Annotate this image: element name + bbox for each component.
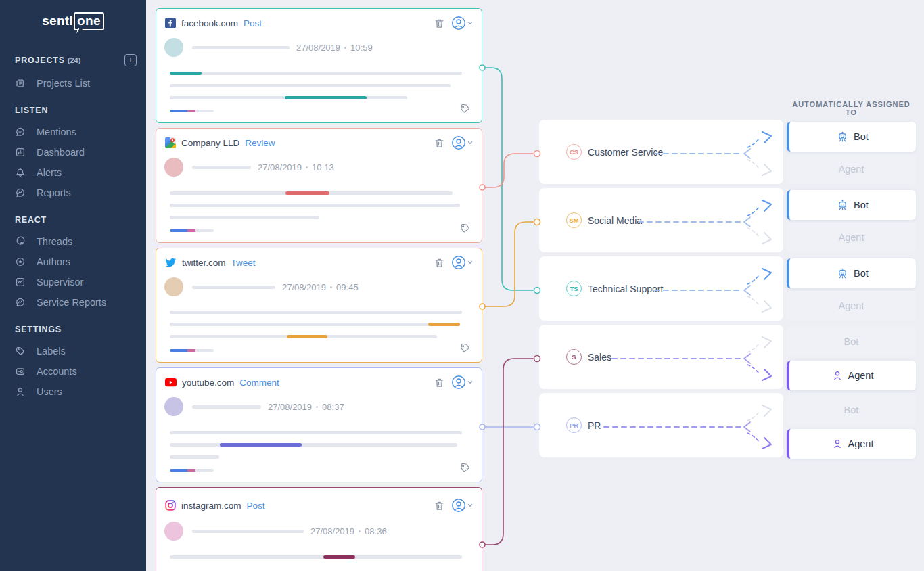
tag-icon[interactable] xyxy=(459,223,471,237)
category-label: Customer Service xyxy=(588,147,663,158)
assign-user-button[interactable] xyxy=(451,497,473,513)
category-badge: S xyxy=(566,349,582,365)
text-skeleton-line xyxy=(170,443,457,447)
listen-section-header: LISTEN xyxy=(0,106,146,115)
labels-icon xyxy=(15,346,26,357)
sidebar-item-threads[interactable]: Threads xyxy=(0,231,146,252)
facebook-icon xyxy=(165,18,176,28)
category-label: Technical Support xyxy=(588,283,663,294)
sidebar: senti one PROJECTS (24) + Projects List … xyxy=(0,0,146,571)
delete-icon[interactable] xyxy=(434,257,445,269)
category-label: Social Media xyxy=(588,215,642,226)
sidebar-item-reports[interactable]: Reports xyxy=(0,183,146,203)
author-avatar xyxy=(164,38,183,57)
react-section-header: REACT xyxy=(0,215,146,225)
assignee-agent-social-media[interactable]: Agent xyxy=(787,223,916,252)
card-type-link[interactable]: Review xyxy=(245,138,275,148)
delete-icon[interactable] xyxy=(434,377,445,388)
sentiment-bar xyxy=(170,110,214,112)
agent-icon xyxy=(832,370,843,381)
service-reports-icon xyxy=(15,297,26,308)
assignee-agent-technical-support[interactable]: Agent xyxy=(787,291,916,321)
card-type-link[interactable]: Post xyxy=(244,18,262,28)
authors-icon xyxy=(15,256,26,267)
assign-user-button[interactable] xyxy=(451,135,473,151)
category-row-sales[interactable]: S Sales xyxy=(539,325,783,389)
assignee-bot-customer-service[interactable]: Bot xyxy=(787,122,916,152)
delete-icon[interactable] xyxy=(434,18,445,29)
author-name-skeleton xyxy=(192,530,304,533)
author-name-skeleton xyxy=(192,166,251,169)
tag-icon[interactable] xyxy=(459,103,471,117)
text-skeleton-line xyxy=(170,431,462,434)
category-row-technical-support[interactable]: TS Technical Support xyxy=(539,256,783,321)
card-type-link[interactable]: Post xyxy=(247,501,265,511)
reports-icon xyxy=(15,187,26,198)
category-row-customer-service[interactable]: CS Customer Service xyxy=(539,120,783,184)
card-source: Company LLD xyxy=(181,138,239,148)
assign-user-button[interactable] xyxy=(451,15,473,31)
assignee-bot-sales[interactable]: Bot xyxy=(787,327,916,357)
card-date: 27/08/201910:13 xyxy=(258,162,334,173)
projects-section-header: PROJECTS (24) + xyxy=(0,54,146,66)
mention-card-review[interactable]: Company LLD Review 27/08/201910:13 xyxy=(156,128,482,243)
text-skeleton-line xyxy=(170,191,453,195)
projects-list-icon xyxy=(15,78,26,89)
assignee-bot-technical-support[interactable]: Bot xyxy=(787,258,916,288)
sidebar-item-label: Projects List xyxy=(37,78,90,89)
sentiment-bar xyxy=(170,349,214,352)
delete-icon[interactable] xyxy=(434,137,445,149)
card-date: 27/08/201910:59 xyxy=(296,43,373,53)
sidebar-item-dashboard[interactable]: Dashboard xyxy=(0,142,146,162)
chevron-down-icon xyxy=(467,379,473,386)
chevron-down-icon xyxy=(467,502,473,509)
author-avatar xyxy=(164,397,183,416)
users-icon xyxy=(15,386,26,397)
twitter-icon xyxy=(165,258,177,268)
sidebar-item-supervisor[interactable]: Supervisor xyxy=(0,272,146,292)
projects-label: PROJECTS xyxy=(15,55,65,65)
assignee-agent-customer-service[interactable]: Agent xyxy=(787,154,916,184)
sidebar-item-alerts[interactable]: Alerts xyxy=(0,162,146,183)
card-date: 27/08/201909:45 xyxy=(282,282,359,292)
sidebar-item-users[interactable]: Users xyxy=(0,382,146,402)
author-avatar xyxy=(164,522,183,541)
assign-user-button[interactable] xyxy=(451,254,473,271)
mention-card-instagram[interactable]: instagram.com Post 27/08/201908:36 xyxy=(156,487,482,571)
text-skeleton-line xyxy=(170,204,460,207)
assignee-bot-pr[interactable]: Bot xyxy=(787,395,916,425)
mention-card-twitter[interactable]: twitter.com Tweet 27/08/201909:45 xyxy=(156,248,482,363)
sidebar-item-mentions[interactable]: Mentions xyxy=(0,122,146,142)
bot-icon xyxy=(837,131,848,143)
card-type-link[interactable]: Comment xyxy=(239,378,279,388)
assignee-agent-pr[interactable]: Agent xyxy=(787,429,916,459)
mentions-icon xyxy=(15,127,26,137)
sidebar-item-authors[interactable]: Authors xyxy=(0,252,146,272)
tag-icon[interactable] xyxy=(459,342,471,357)
assign-user-button[interactable] xyxy=(451,374,473,390)
sentione-logo: senti one xyxy=(0,0,146,42)
instagram-icon xyxy=(165,500,176,511)
sidebar-item-service-reports[interactable]: Service Reports xyxy=(0,292,146,313)
mention-card-facebook[interactable]: facebook.com Post 27/08/201910:59 xyxy=(156,8,482,123)
category-row-social-media[interactable]: SM Social Media xyxy=(539,188,783,252)
sentiment-bar xyxy=(170,469,214,472)
author-avatar xyxy=(164,158,183,177)
mention-card-youtube[interactable]: youtube.com Comment 27/08/201908:37 xyxy=(156,367,482,482)
youtube-icon xyxy=(165,378,177,387)
card-type-link[interactable]: Tweet xyxy=(231,258,256,268)
assignee-agent-sales[interactable]: Agent xyxy=(787,361,916,390)
tag-icon[interactable] xyxy=(459,462,471,476)
card-date: 27/08/201908:36 xyxy=(310,526,387,536)
author-name-skeleton xyxy=(192,405,261,409)
add-project-button[interactable]: + xyxy=(124,54,137,66)
sidebar-item-accounts[interactable]: Accounts xyxy=(0,361,146,382)
sentiment-bar xyxy=(170,229,214,232)
assignee-bot-social-media[interactable]: Bot xyxy=(787,190,916,220)
delete-icon[interactable] xyxy=(434,500,445,511)
sidebar-item-projects-list[interactable]: Projects List xyxy=(0,73,146,93)
category-badge: CS xyxy=(566,144,582,160)
chevron-down-icon xyxy=(467,20,473,26)
category-row-pr[interactable]: PR PR xyxy=(539,393,783,457)
sidebar-item-labels[interactable]: Labels xyxy=(0,341,146,361)
